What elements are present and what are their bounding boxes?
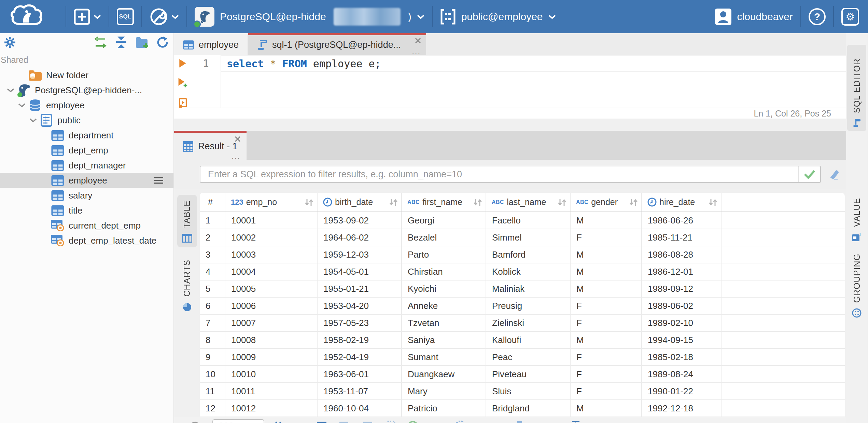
data-cell[interactable]: Mary (402, 383, 486, 399)
tab-menu-icon[interactable]: ... (412, 49, 421, 54)
revert-button[interactable]: REVERT (454, 421, 504, 423)
sort-arrows-icon[interactable] (709, 198, 717, 206)
execute-new-tab-button[interactable] (177, 78, 188, 87)
data-cell[interactable]: 1989-08-24 (642, 366, 722, 382)
data-cell[interactable]: Tzvetan (402, 315, 486, 331)
data-cell[interactable]: 1985-02-18 (642, 349, 722, 365)
data-cell[interactable]: Sluis (486, 383, 571, 399)
tab-charts-presentation[interactable]: CHARTS (182, 256, 192, 315)
data-cell[interactable]: 1953-09-02 (318, 212, 402, 229)
data-cell[interactable]: 10010 (225, 366, 318, 382)
tree-expand-chevron-icon[interactable] (16, 103, 28, 108)
apply-filter-button[interactable] (798, 166, 820, 182)
data-cell[interactable]: M (571, 263, 642, 280)
tree-item-current-dept-emp[interactable]: current_dept_emp (0, 218, 173, 233)
data-cell[interactable]: F (571, 349, 642, 365)
column-header-birth_date[interactable]: birth_date (318, 193, 402, 212)
connection-selector[interactable]: PostgreSQL@ep-hidde ) (195, 7, 424, 27)
data-cell[interactable]: F (571, 229, 642, 246)
tree-item-postgresql-ep-hidden-[interactable]: PostgreSQL@ep-hidden-... (0, 83, 173, 98)
tree-item-employee[interactable]: employee (0, 173, 173, 188)
export-button[interactable]: EXPORT (571, 421, 619, 423)
data-cell[interactable]: 10012 (225, 400, 318, 417)
data-cell[interactable]: F (571, 383, 642, 399)
data-cell[interactable]: 1986-08-28 (642, 246, 722, 263)
collapse-all-button[interactable] (115, 37, 128, 48)
apply-changes-button[interactable] (385, 421, 397, 423)
data-cell[interactable]: 1989-09-12 (642, 281, 722, 297)
close-result-icon[interactable] (234, 136, 241, 142)
data-cell[interactable]: Facello (486, 212, 571, 229)
data-cell[interactable]: 1992-12-18 (642, 400, 722, 417)
help-button[interactable]: ? (809, 8, 826, 25)
data-cell[interactable]: Koblick (486, 263, 571, 280)
script-button[interactable]: SCRIPT (514, 421, 560, 423)
tab-value-panel[interactable]: VALUE I (852, 198, 862, 241)
tree-item-dept-emp-latest-date[interactable]: dept_emp_latest_date (0, 233, 173, 248)
sort-arrows-icon[interactable] (389, 198, 398, 206)
data-cell[interactable]: Bridgland (486, 400, 571, 417)
data-cell[interactable]: 10009 (225, 349, 318, 365)
data-cell[interactable]: Sumant (402, 349, 486, 365)
data-cell[interactable]: Parto (402, 246, 486, 263)
new-connection-button[interactable] (74, 9, 101, 25)
data-cell[interactable]: 1986-06-26 (642, 212, 722, 229)
data-cell[interactable]: M (571, 332, 642, 348)
data-cell[interactable]: Peac (486, 349, 571, 365)
data-cell[interactable]: Georgi (402, 212, 486, 229)
refresh-tree-button[interactable] (156, 36, 169, 49)
result-menu-icon[interactable]: ... (232, 154, 240, 159)
data-cell[interactable]: Chirstian (402, 263, 486, 280)
tree-item-department[interactable]: department (0, 128, 173, 143)
data-cell[interactable]: 10002 (225, 229, 318, 246)
execute-query-button[interactable] (178, 59, 187, 68)
column-header-emp_no[interactable]: 123emp_no (225, 193, 318, 212)
sort-arrows-icon[interactable] (473, 198, 482, 206)
data-cell[interactable]: Bezalel (402, 229, 486, 246)
data-cell[interactable]: Preusig (486, 298, 571, 314)
data-cell[interactable]: 1963-06-01 (318, 366, 402, 382)
data-cell[interactable]: M (571, 246, 642, 263)
data-cell[interactable]: F (571, 315, 642, 331)
data-cell[interactable]: 1959-12-03 (318, 246, 402, 263)
column-header-last_name[interactable]: ABClast_name (486, 193, 571, 212)
data-cell[interactable]: 10007 (225, 315, 318, 331)
data-cell[interactable]: Bamford (486, 246, 571, 263)
tree-item-menu-icon[interactable] (153, 176, 164, 185)
add-row-button[interactable] (316, 421, 328, 423)
driver-manager-button[interactable] (150, 8, 179, 26)
data-cell[interactable]: F (571, 298, 642, 314)
column-header-gender[interactable]: ABCgender (571, 193, 642, 212)
data-cell[interactable]: Simmel (486, 229, 571, 246)
tree-item-dept-emp[interactable]: dept_emp (0, 143, 173, 158)
data-cell[interactable]: 10008 (225, 332, 318, 348)
refresh-result-button[interactable] (189, 421, 209, 423)
data-cell[interactable]: 1989-02-10 (642, 315, 722, 331)
data-cell[interactable]: 1955-01-21 (318, 281, 402, 297)
data-cell[interactable]: 10011 (225, 383, 318, 399)
data-cell[interactable]: 1985-11-21 (642, 229, 722, 246)
data-cell[interactable]: Anneke (402, 298, 486, 314)
data-cell[interactable]: Kalloufi (486, 332, 571, 348)
data-cell[interactable]: 1990-01-22 (642, 383, 722, 399)
sidebar-settings-button[interactable] (4, 37, 16, 48)
tab-table-presentation[interactable]: TABLE (177, 195, 197, 247)
data-cell[interactable]: M (571, 281, 642, 297)
tab-sql-editor[interactable]: sql-1 (PostgreSQL@ep-hidde... ... (248, 33, 426, 55)
tree-item-dept-manager[interactable]: dept_manager (0, 158, 173, 173)
data-cell[interactable]: 10004 (225, 263, 318, 280)
data-cell[interactable]: 1954-05-01 (318, 263, 402, 280)
column-header-hire_date[interactable]: hire_date (642, 193, 722, 212)
data-cell[interactable]: 1957-05-23 (318, 315, 402, 331)
tab-sql-editor-vertical[interactable]: SQL EDITOR (847, 45, 866, 131)
sync-connections-button[interactable] (94, 37, 107, 48)
tab-grouping-panel[interactable]: GROUPING (852, 254, 862, 318)
data-cell[interactable]: 1953-04-20 (318, 298, 402, 314)
duplicate-row-button[interactable]: (+) (339, 421, 352, 423)
clear-filter-button[interactable] (821, 169, 845, 180)
column-header-first_name[interactable]: ABCfirst_name (402, 193, 486, 212)
tree-item-new-folder[interactable]: New folder (0, 68, 173, 83)
data-cell[interactable]: Piveteau (486, 366, 571, 382)
sort-arrows-icon[interactable] (558, 198, 566, 206)
tree-item-employee[interactable]: employee (0, 98, 173, 113)
